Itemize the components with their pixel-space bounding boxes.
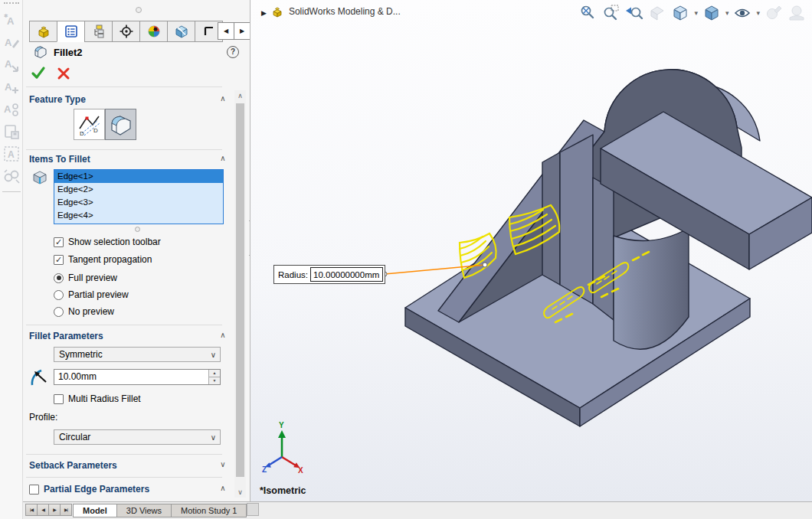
panel-scrollbar[interactable] bbox=[234, 90, 246, 498]
scroll-up-icon[interactable] bbox=[234, 92, 246, 100]
tab-scroll-left-button[interactable]: ◀ bbox=[218, 22, 234, 40]
annotation-frame-icon[interactable]: A bbox=[2, 145, 21, 163]
save-annotation-icon[interactable] bbox=[2, 122, 21, 141]
full-preview-radio-row[interactable]: Full preview bbox=[54, 273, 117, 283]
next-tab-button[interactable]: ▶ bbox=[48, 504, 61, 516]
tab-configurationmanager[interactable] bbox=[84, 21, 113, 42]
radio-selected-icon[interactable] bbox=[54, 273, 64, 283]
show-selection-toolbar-row[interactable]: Show selection toolbar bbox=[54, 237, 161, 247]
fillet-cube-icon bbox=[108, 112, 134, 138]
radius-input[interactable]: 10.00mm bbox=[54, 369, 221, 385]
cancel-button[interactable] bbox=[57, 65, 70, 80]
edit-appearance-icon[interactable] bbox=[765, 4, 783, 22]
panel-resize-handle[interactable] bbox=[136, 7, 142, 13]
manual-fillet-button[interactable]: D D bbox=[74, 109, 105, 140]
radio-icon[interactable] bbox=[54, 307, 64, 317]
divider bbox=[26, 325, 222, 325]
move-annotation-icon[interactable]: A bbox=[2, 56, 21, 74]
apply-scene-icon[interactable] bbox=[787, 4, 806, 22]
tab-model[interactable]: Model bbox=[73, 504, 117, 517]
dropdown-value: Symmetric bbox=[59, 349, 103, 360]
tab-navigation-buttons: |◀ ◀ ▶ ▶| bbox=[25, 504, 71, 516]
callout-value-field[interactable]: 10.00000000mm bbox=[310, 267, 383, 282]
fillet-xpert-button[interactable] bbox=[105, 109, 136, 140]
list-item[interactable]: Edge<2> bbox=[54, 183, 223, 196]
tab-scroll-right-button[interactable]: ▶ bbox=[234, 22, 250, 40]
section-fillet-parameters[interactable]: Fillet Parameters bbox=[29, 331, 103, 341]
radio-icon[interactable] bbox=[54, 290, 64, 300]
annotation-balloon-icon[interactable]: A bbox=[2, 100, 21, 119]
radius-callout[interactable]: Radius: 10.00000000mm bbox=[273, 265, 385, 284]
no-preview-radio-row[interactable]: No preview bbox=[54, 306, 114, 317]
list-item[interactable]: Edge<1> bbox=[54, 170, 223, 183]
chevron-up-icon[interactable] bbox=[218, 154, 228, 162]
list-resize-handle[interactable] bbox=[135, 227, 140, 232]
radio-label: No preview bbox=[68, 306, 114, 317]
graphics-area[interactable]: Y X Z SolidWorks Modeling & D... bbox=[250, 0, 812, 501]
note-annotation-icon[interactable]: A✱ bbox=[2, 11, 21, 30]
previous-view-icon[interactable] bbox=[625, 4, 643, 22]
checkbox-icon[interactable] bbox=[54, 394, 64, 404]
svg-text:A: A bbox=[4, 103, 11, 115]
partial-edge-parameters-row[interactable]: Partial Edge Parameters bbox=[29, 484, 149, 495]
chevron-down-icon[interactable] bbox=[694, 9, 698, 17]
model-viewport[interactable]: Y X Z bbox=[261, 0, 812, 501]
list-item[interactable]: Edge<3> bbox=[54, 196, 223, 209]
flyout-tree-header[interactable]: SolidWorks Modeling & D... bbox=[261, 5, 401, 18]
tab-dimxpertmanager[interactable] bbox=[112, 21, 140, 42]
horizontal-scrollbar-stub[interactable] bbox=[247, 503, 259, 516]
tab-displaymanager[interactable] bbox=[139, 21, 168, 42]
profile-dropdown[interactable]: Circular bbox=[54, 429, 221, 445]
tab-motion-study[interactable]: Motion Study 1 bbox=[171, 504, 247, 517]
checkbox-icon[interactable] bbox=[29, 485, 39, 495]
section-setback-parameters[interactable]: Setback Parameters bbox=[29, 460, 117, 471]
tab-featuremanager-tree[interactable] bbox=[29, 21, 57, 42]
help-icon[interactable]: ? bbox=[227, 46, 239, 58]
link-annotation-icon[interactable] bbox=[2, 167, 21, 185]
zoom-to-fit-icon[interactable] bbox=[579, 4, 598, 22]
property-manager-panel: ◀ ▶ Fillet2 ? Feature Type D D bbox=[23, 0, 249, 501]
spinner-down-button[interactable] bbox=[208, 377, 220, 384]
toolbar-grip[interactable] bbox=[4, 2, 19, 4]
solidworks-window: { "left_toolbar": { "icons": ["note-anno… bbox=[0, 0, 812, 519]
dimxpertmanager-icon bbox=[119, 24, 134, 39]
section-items-to-fillet[interactable]: Items To Fillet bbox=[29, 154, 90, 165]
scrollbar-thumb[interactable] bbox=[236, 103, 244, 477]
part-model[interactable] bbox=[405, 70, 812, 426]
chevron-up-icon[interactable] bbox=[218, 331, 228, 339]
symmetry-dropdown[interactable]: Symmetric bbox=[54, 347, 221, 362]
chevron-down-icon[interactable] bbox=[218, 460, 228, 468]
partial-preview-radio-row[interactable]: Partial preview bbox=[54, 289, 129, 300]
axis-z-label: Z bbox=[262, 465, 267, 474]
flyout-expand-icon[interactable] bbox=[261, 5, 267, 18]
tab-3d-views[interactable]: 3D Views bbox=[116, 504, 172, 517]
hide-show-items-icon[interactable] bbox=[733, 4, 751, 22]
scroll-down-icon[interactable] bbox=[234, 488, 246, 496]
ok-button[interactable] bbox=[31, 65, 46, 80]
first-tab-button[interactable]: |◀ bbox=[25, 504, 38, 516]
section-feature-type[interactable]: Feature Type bbox=[29, 94, 86, 105]
multi-radius-row[interactable]: Multi Radius Fillet bbox=[54, 393, 141, 404]
checkbox-checked-icon[interactable] bbox=[54, 237, 64, 247]
chevron-up-icon[interactable] bbox=[218, 484, 228, 492]
section-view-icon[interactable] bbox=[648, 4, 666, 22]
checkbox-checked-icon[interactable] bbox=[54, 255, 64, 265]
radius-icon bbox=[30, 367, 50, 387]
spinner-up-button[interactable] bbox=[208, 370, 220, 377]
add-annotation-icon[interactable]: A bbox=[2, 78, 21, 96]
last-tab-button[interactable]: ▶| bbox=[60, 504, 72, 516]
sketch-fillet-icon: D D bbox=[77, 112, 103, 138]
edit-annotation-icon[interactable]: A bbox=[2, 34, 21, 52]
chevron-up-icon[interactable] bbox=[218, 94, 228, 103]
list-item[interactable]: Edge<4> bbox=[54, 209, 223, 222]
zoom-to-area-icon[interactable] bbox=[602, 4, 620, 22]
display-style-icon[interactable] bbox=[702, 4, 721, 22]
prev-tab-button[interactable]: ◀ bbox=[37, 504, 49, 516]
tab-cam-manager[interactable] bbox=[167, 21, 195, 42]
chevron-down-icon[interactable] bbox=[725, 9, 729, 17]
tangent-propagation-row[interactable]: Tangent propagation bbox=[54, 254, 152, 265]
chevron-down-icon[interactable] bbox=[756, 9, 760, 17]
tab-propertymanager[interactable] bbox=[57, 21, 85, 42]
edge-selection-list[interactable]: Edge<1> Edge<2> Edge<3> Edge<4> bbox=[54, 169, 224, 224]
view-orientation-icon[interactable] bbox=[671, 4, 689, 22]
